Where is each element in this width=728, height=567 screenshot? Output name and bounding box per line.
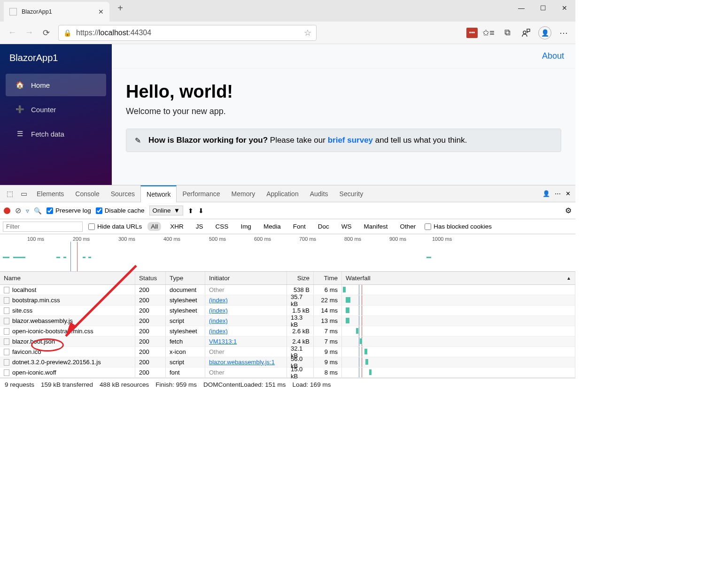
window-controls: — ☐ ✕ (511, 0, 575, 16)
feedback-icon[interactable] (518, 25, 534, 41)
record-button[interactable] (4, 207, 10, 214)
table-row[interactable]: blazor.boot.json200fetchVM1313:12.4 kB7 … (0, 337, 575, 347)
page-heading: Hello, world! (126, 82, 561, 102)
filter-pill-font[interactable]: Font (290, 222, 309, 231)
file-icon (4, 328, 9, 335)
search-icon[interactable]: 🔍 (34, 207, 42, 215)
table-row[interactable]: dotnet.3.2.0-preview2.20156.1.js200scrip… (0, 357, 575, 368)
tab-audits[interactable]: Audits (304, 185, 334, 202)
filter-pill-css[interactable]: CSS (212, 222, 232, 231)
filter-toggle-icon[interactable]: ▿ (26, 207, 29, 215)
survey-link[interactable]: brief survey (328, 136, 373, 145)
initiator-link[interactable]: (index) (209, 297, 228, 304)
tab-network[interactable]: Network (140, 185, 177, 202)
about-link[interactable]: About (542, 51, 564, 61)
col-waterfall[interactable]: Waterfall▲ (342, 272, 575, 284)
col-initiator[interactable]: Initiator (205, 272, 287, 284)
col-status[interactable]: Status (135, 272, 166, 284)
address-bar[interactable]: 🔒 https://localhost:44304 ☆ (58, 25, 317, 41)
tab-elements[interactable]: Elements (31, 185, 70, 202)
filter-pill-manifest[interactable]: Manifest (360, 222, 391, 231)
tab-memory[interactable]: Memory (226, 185, 261, 202)
close-devtools-icon[interactable]: ✕ (565, 190, 571, 197)
initiator-link[interactable]: (index) (209, 317, 228, 324)
clear-button[interactable]: ⊘ (15, 206, 21, 215)
favorites-icon[interactable]: ✩≡ (480, 25, 496, 41)
close-window-button[interactable]: ✕ (554, 0, 575, 16)
filter-pill-ws[interactable]: WS (338, 222, 355, 231)
timeline-overview[interactable]: 100 ms 200 ms 300 ms 400 ms 500 ms 600 m… (0, 234, 575, 272)
settings-icon[interactable]: ⚙ (565, 206, 572, 215)
feedback-icon[interactable]: 👤 (542, 190, 550, 197)
minimize-button[interactable]: — (511, 0, 532, 16)
table-row[interactable]: bootstrap.min.css200stylesheet(index)35.… (0, 295, 575, 306)
table-row[interactable]: favicon.ico200x-iconOther32.1 kB9 ms (0, 347, 575, 357)
collections-icon[interactable]: ⧉ (499, 25, 515, 41)
more-icon[interactable]: ⋯ (555, 190, 561, 197)
initiator-link[interactable]: (index) (209, 328, 228, 335)
tab-console[interactable]: Console (70, 185, 105, 202)
filter-pill-media[interactable]: Media (260, 222, 284, 231)
close-tab-icon[interactable]: ✕ (98, 8, 104, 15)
network-table: Name Status Type Initiator Size Time Wat… (0, 272, 575, 378)
file-icon (4, 287, 9, 293)
hide-data-urls-checkbox[interactable]: Hide data URLs (88, 223, 142, 230)
status-resources: 488 kB resources (100, 381, 149, 388)
has-blocked-cookies-checkbox[interactable]: Has blocked cookies (425, 223, 492, 230)
col-time[interactable]: Time (314, 272, 342, 284)
profile-button[interactable]: 👤 (537, 25, 553, 41)
filter-pill-js[interactable]: JS (193, 222, 207, 231)
filter-pill-img[interactable]: Img (237, 222, 255, 231)
network-controls: ⊘ ▿ 🔍 Preserve log Disable cache Online … (0, 202, 575, 219)
table-row[interactable]: open-iconic.woff200fontOther15.0 kB8 ms (0, 368, 575, 378)
nav-counter[interactable]: ➕ Counter (6, 98, 106, 121)
disable-cache-checkbox[interactable]: Disable cache (96, 207, 145, 214)
filter-pill-other[interactable]: Other (396, 222, 419, 231)
table-row[interactable]: open-iconic-bootstrap.min.css200styleshe… (0, 326, 575, 337)
col-size[interactable]: Size (287, 272, 314, 284)
tab-application[interactable]: Application (261, 185, 304, 202)
tab-performance[interactable]: Performance (177, 185, 225, 202)
browser-tab[interactable]: BlazorApp1 ✕ (4, 2, 109, 22)
menu-button[interactable]: ⋯ (556, 25, 572, 41)
back-button[interactable]: ← (4, 24, 21, 41)
new-tab-button[interactable]: + (109, 3, 131, 14)
initiator-link[interactable]: blazor.webassembly.js:1 (209, 359, 275, 366)
download-icon[interactable]: ⬇ (198, 207, 204, 215)
table-row[interactable]: localhost200documentOther538 B6 ms (0, 285, 575, 295)
extension-icon[interactable]: ••• (466, 28, 478, 38)
status-dcl: DOMContentLoaded: 151 ms (203, 381, 286, 388)
filter-pill-all[interactable]: All (147, 222, 161, 231)
nav-home[interactable]: 🏠 Home (6, 74, 106, 96)
file-icon (4, 338, 9, 345)
filter-pill-xhr[interactable]: XHR (167, 222, 187, 231)
list-icon: ☰ (15, 129, 24, 138)
initiator-link[interactable]: VM1313:1 (209, 338, 237, 345)
devtools-tabs: ⬚ ▭ Elements Console Sources Network Per… (0, 185, 575, 202)
main-panel: About Hello, world! Welcome to your new … (112, 44, 575, 185)
favorite-icon[interactable]: ☆ (304, 28, 311, 38)
col-name[interactable]: Name (0, 272, 135, 284)
table-row[interactable]: blazor.webassembly.js200script(index)13.… (0, 316, 575, 326)
preserve-log-checkbox[interactable]: Preserve log (46, 207, 91, 214)
table-row[interactable]: site.css200stylesheet(index)1.5 kB14 ms (0, 306, 575, 316)
tab-security[interactable]: Security (334, 185, 369, 202)
filter-input[interactable] (3, 222, 83, 232)
tab-sources[interactable]: Sources (105, 185, 140, 202)
forward-button[interactable]: → (21, 24, 38, 41)
filter-pill-doc[interactable]: Doc (315, 222, 333, 231)
network-status-bar: 9 requests 159 kB transferred 488 kB res… (0, 378, 575, 391)
welcome-text: Welcome to your new app. (126, 107, 561, 116)
throttling-select[interactable]: Online ▼ (149, 206, 183, 215)
nav-label: Counter (31, 106, 56, 114)
refresh-button[interactable]: ⟳ (38, 24, 54, 41)
maximize-button[interactable]: ☐ (532, 0, 554, 16)
device-toggle-icon[interactable]: ▭ (17, 190, 31, 198)
nav-fetch-data[interactable]: ☰ Fetch data (6, 123, 106, 145)
file-icon (4, 349, 9, 355)
col-type[interactable]: Type (166, 272, 205, 284)
inspect-icon[interactable]: ⬚ (3, 190, 17, 198)
filter-bar: Hide data URLs All XHR JS CSS Img Media … (0, 219, 575, 234)
initiator-link[interactable]: (index) (209, 307, 228, 314)
upload-icon[interactable]: ⬆ (188, 207, 194, 215)
